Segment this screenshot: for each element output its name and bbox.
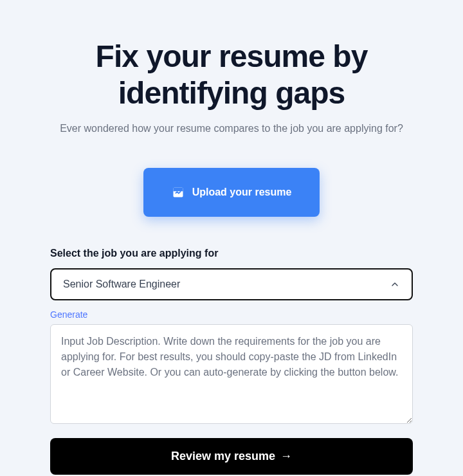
- page-title: Fix your resume by identifying gaps: [50, 39, 413, 111]
- review-resume-label: Review my resume: [171, 450, 275, 463]
- job-select[interactable]: Senior Software Engineer: [50, 268, 413, 300]
- job-select-label: Select the job you are applying for: [50, 248, 413, 259]
- job-select-value: Senior Software Engineer: [63, 279, 180, 290]
- svg-rect-1: [173, 188, 183, 192]
- arrow-right-icon: →: [280, 450, 292, 463]
- job-description-input[interactable]: [50, 324, 413, 424]
- upload-resume-button[interactable]: Upload your resume: [143, 168, 320, 217]
- generate-link[interactable]: Generate: [50, 309, 87, 320]
- page-subtitle: Ever wondered how your resume compares t…: [60, 123, 403, 134]
- review-resume-button[interactable]: Review my resume →: [50, 438, 413, 475]
- resume-icon: [172, 186, 185, 199]
- upload-resume-label: Upload your resume: [192, 187, 292, 198]
- chevron-up-icon: [390, 279, 400, 289]
